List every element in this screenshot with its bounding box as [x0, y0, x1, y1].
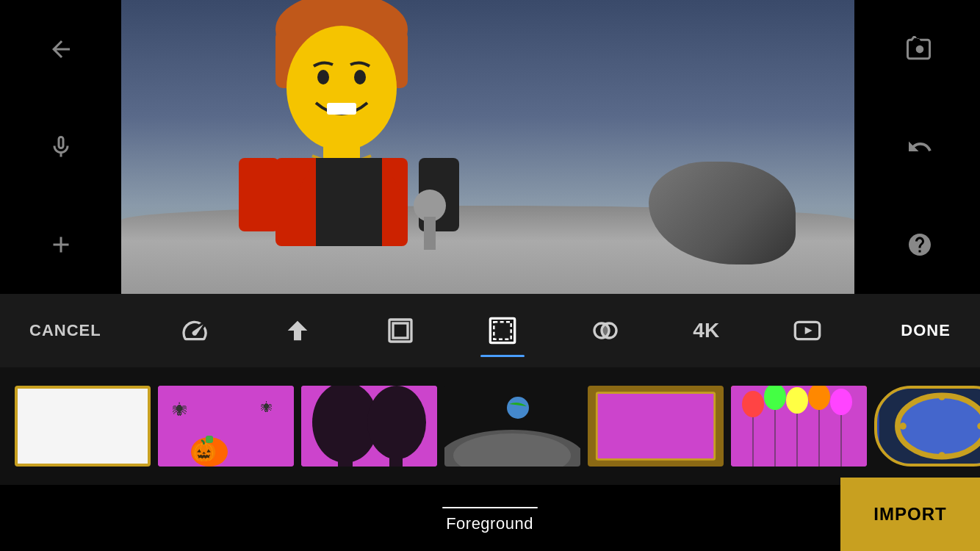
svg-rect-8	[316, 158, 382, 246]
svg-rect-5	[327, 103, 356, 115]
thumbnail-5[interactable]	[588, 386, 724, 467]
svg-point-42	[786, 387, 808, 414]
svg-point-55	[938, 393, 945, 400]
4k-label: 4K	[693, 319, 719, 342]
preview-area	[121, 0, 854, 294]
overlay-button[interactable]	[377, 310, 424, 351]
thumbnail-4[interactable]	[444, 386, 580, 467]
svg-point-3	[317, 70, 329, 84]
thumbnail-3[interactable]	[301, 386, 437, 467]
foreground-label-area: Foreground	[414, 489, 565, 551]
svg-text:🕷: 🕷	[261, 401, 273, 414]
svg-rect-16	[494, 322, 511, 339]
svg-rect-31	[389, 441, 403, 467]
svg-marker-20	[804, 327, 812, 334]
svg-point-40	[742, 391, 764, 417]
thumbnail-6[interactable]	[731, 386, 867, 467]
camera-button[interactable]	[901, 31, 938, 68]
svg-point-35	[507, 397, 529, 419]
svg-point-44	[830, 389, 852, 415]
svg-point-56	[938, 452, 945, 458]
svg-text:🕷: 🕷	[173, 402, 187, 418]
youtube-button[interactable]	[784, 310, 831, 351]
add-button[interactable]	[43, 226, 79, 263]
svg-point-4	[354, 70, 366, 84]
4k-button[interactable]: 4K	[684, 313, 728, 348]
toolbar: CANCEL 4K	[0, 294, 980, 367]
svg-text:🎃: 🎃	[191, 439, 217, 463]
import-button[interactable]: IMPORT	[840, 478, 980, 551]
undo-button[interactable]	[901, 129, 938, 165]
back-button[interactable]	[43, 31, 79, 68]
svg-rect-9	[239, 158, 279, 231]
svg-point-53	[900, 422, 907, 429]
speed-button[interactable]	[171, 310, 218, 351]
right-sidebar	[859, 0, 980, 294]
cancel-button[interactable]: CANCEL	[15, 314, 116, 347]
svg-rect-30	[338, 444, 353, 467]
up-button[interactable]	[274, 310, 321, 351]
foreground-button[interactable]	[479, 310, 526, 351]
svg-rect-36	[593, 389, 719, 464]
lego-figure	[195, 0, 503, 250]
blend-button[interactable]	[582, 310, 629, 351]
foreground-underline	[442, 507, 538, 508]
done-button[interactable]: DONE	[886, 314, 965, 347]
thumbnail-2[interactable]: 🕷 🕷 🎃	[158, 386, 294, 467]
thumbnail-7[interactable]	[874, 386, 980, 467]
svg-rect-6	[323, 143, 360, 158]
thumbnail-1[interactable]	[15, 386, 151, 467]
svg-point-2	[287, 26, 397, 151]
left-sidebar	[0, 0, 121, 294]
mic-button[interactable]	[43, 129, 79, 165]
svg-rect-12	[424, 217, 436, 250]
help-button[interactable]	[901, 226, 938, 263]
foreground-text: Foreground	[446, 514, 533, 533]
thumbnails-area: 🕷 🕷 🎃	[0, 367, 980, 485]
